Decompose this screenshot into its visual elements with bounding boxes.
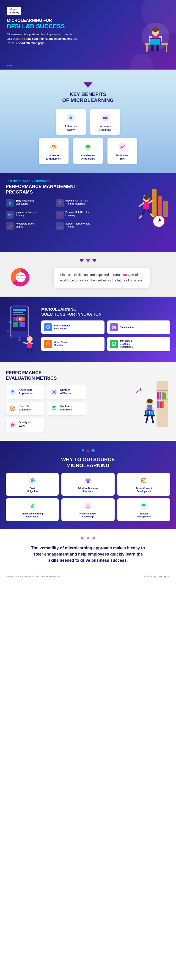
svg-point-24 bbox=[54, 145, 55, 147]
svg-point-33 bbox=[11, 225, 12, 226]
simulations-icon bbox=[44, 323, 52, 331]
svg-rect-5 bbox=[151, 45, 154, 51]
svg-point-22 bbox=[49, 143, 58, 151]
svg-marker-79 bbox=[49, 343, 50, 345]
eval-card-quality: Quality ofWork bbox=[6, 418, 44, 431]
svg-point-48 bbox=[159, 221, 159, 222]
svg-text:workforce: workforce bbox=[16, 278, 25, 280]
perf-label-sales: Accelerate SalesEngine bbox=[16, 222, 34, 228]
svg-point-76 bbox=[114, 327, 115, 328]
svg-point-32 bbox=[9, 214, 11, 215]
svg-rect-105 bbox=[157, 401, 159, 408]
header-illustration bbox=[132, 18, 169, 65]
svg-rect-35 bbox=[152, 189, 157, 217]
eval-person-illustration bbox=[129, 374, 170, 433]
expert-knowledge-icon bbox=[83, 501, 93, 510]
svg-line-42 bbox=[149, 200, 152, 203]
awareness-icon bbox=[6, 199, 14, 207]
jit-icon bbox=[55, 199, 64, 207]
svg-rect-8 bbox=[146, 45, 147, 52]
eval-card-speed: Speed &Efficiency bbox=[6, 402, 44, 415]
svg-rect-74 bbox=[112, 326, 116, 329]
outsource-label-content: Faster ContentDevelopment bbox=[119, 487, 168, 493]
closing-decorations bbox=[9, 537, 167, 539]
triangle-dec-1 bbox=[79, 259, 84, 262]
stats-text: Financial Institutions are expected to r… bbox=[59, 272, 144, 283]
performance-grid: Build AwarenessCampaigns Provide Just In… bbox=[6, 199, 102, 230]
svg-line-67 bbox=[24, 342, 27, 344]
svg-rect-36 bbox=[158, 196, 162, 217]
header-pretitle: MICROLEARNING FOR bbox=[7, 18, 80, 23]
svg-rect-61 bbox=[19, 322, 25, 327]
triangle-decorator bbox=[83, 82, 93, 88]
header-description: Microlearning is a preferred learning so… bbox=[7, 32, 80, 46]
svg-point-89 bbox=[12, 408, 13, 409]
eval-label-knowledge: KnowledgeApplication bbox=[19, 388, 33, 395]
header-section: InfoproLearning MICROLEARNING FOR BFSI L… bbox=[0, 0, 176, 70]
svg-rect-106 bbox=[160, 401, 162, 408]
perf-item-jit: Provide Just In TimeTraining Materials bbox=[55, 199, 102, 207]
benefit-label-onboarding: AcceleratesOnboarding bbox=[75, 154, 101, 161]
outsource-title: WHY TO OUTSOURCE MICROLEARNING bbox=[6, 457, 170, 469]
agility-icon bbox=[66, 113, 76, 123]
running-person-illustration bbox=[133, 180, 170, 245]
stats-card: Financial Institutions are expected to r… bbox=[54, 268, 150, 288]
eval-label-speed: Speed &Efficiency bbox=[19, 404, 31, 412]
svg-rect-128 bbox=[89, 479, 90, 481]
outsource-card-functions: Prioritize BusinessFunctions bbox=[62, 473, 114, 496]
solutions-section: MICROLEARNING SOLUTIONS FOR INNOVATION S… bbox=[0, 297, 176, 362]
eval-card-feedback: QualitativeFeedback bbox=[47, 402, 86, 415]
perf-label-focused: Implement FocusedTraining bbox=[16, 211, 37, 217]
svg-point-85 bbox=[11, 390, 14, 393]
outsource-card-management: SimplerManagement bbox=[117, 498, 170, 521]
svg-point-62 bbox=[18, 338, 21, 340]
svg-rect-102 bbox=[160, 392, 161, 399]
errors-icon bbox=[50, 388, 58, 396]
triangle-dec-3 bbox=[92, 259, 97, 262]
svg-point-12 bbox=[152, 27, 159, 32]
perf-item-instructor: Support Instructor LedTraining bbox=[55, 222, 102, 230]
learning-exp-icon bbox=[28, 501, 37, 510]
svg-rect-142 bbox=[142, 507, 144, 508]
svg-point-29 bbox=[9, 202, 11, 204]
perf-label-jit: Provide Just In TimeTraining Materials bbox=[65, 199, 88, 205]
focused-icon bbox=[6, 211, 14, 219]
svg-point-39 bbox=[143, 195, 150, 200]
svg-rect-30 bbox=[58, 202, 61, 205]
svg-rect-120 bbox=[151, 412, 152, 414]
perf-item-sales: Accelerate SalesEngine bbox=[6, 222, 52, 230]
svg-point-72 bbox=[7, 330, 9, 332]
solutions-title: MICROLEARNING SOLUTIONS FOR INNOVATION bbox=[41, 307, 170, 317]
outsource-label-learning: Enhanced LearningExperience bbox=[8, 512, 57, 518]
gamification-label: Gamification bbox=[120, 326, 134, 329]
svg-point-134 bbox=[29, 502, 36, 509]
svg-rect-118 bbox=[147, 412, 149, 414]
outsource-section: WHY TO OUTSOURCE MICROLEARNING $ CostMit… bbox=[0, 441, 176, 529]
performance-label: HOW MICROLEARNING IMPROVES bbox=[6, 180, 133, 183]
engagement-icon bbox=[49, 142, 59, 152]
svg-rect-78 bbox=[46, 343, 49, 345]
eval-label-feedback: QualitativeFeedback bbox=[60, 404, 73, 412]
svg-rect-40 bbox=[143, 202, 149, 210]
svg-text:60-70%: 60-70% bbox=[17, 274, 25, 277]
text-graphics-label: Text-BasedGraphics/Illustrations bbox=[120, 339, 133, 348]
gamification-icon bbox=[110, 323, 118, 331]
header-title: BFSI L&D SUCCESS bbox=[7, 23, 80, 30]
closing-text: The versatility of microlearning approac… bbox=[31, 545, 145, 563]
benefits-section: KEY BENEFITS OF MICROLEARNING EnhancesAg… bbox=[0, 70, 176, 173]
triangle-dec-2 bbox=[86, 259, 90, 262]
svg-point-23 bbox=[52, 145, 54, 147]
eval-label-errors: Numberof Errors bbox=[60, 388, 71, 395]
speed-icon bbox=[8, 404, 16, 412]
svg-rect-119 bbox=[149, 411, 150, 414]
logo-text: InfoproLearning bbox=[9, 8, 19, 14]
outsource-label-expert: Access to ExpertKnowledge bbox=[63, 512, 113, 518]
svg-rect-6 bbox=[156, 45, 159, 51]
functions-icon bbox=[83, 476, 93, 485]
svg-rect-140 bbox=[142, 504, 146, 504]
svg-point-20 bbox=[103, 117, 105, 119]
svg-rect-34 bbox=[58, 225, 61, 227]
svg-line-70 bbox=[31, 348, 32, 353]
performance-title: PERFORMANCE MANAGEMENT PROGRAMS bbox=[6, 184, 133, 195]
outsource-card-learning: Enhanced LearningExperience bbox=[6, 498, 59, 521]
